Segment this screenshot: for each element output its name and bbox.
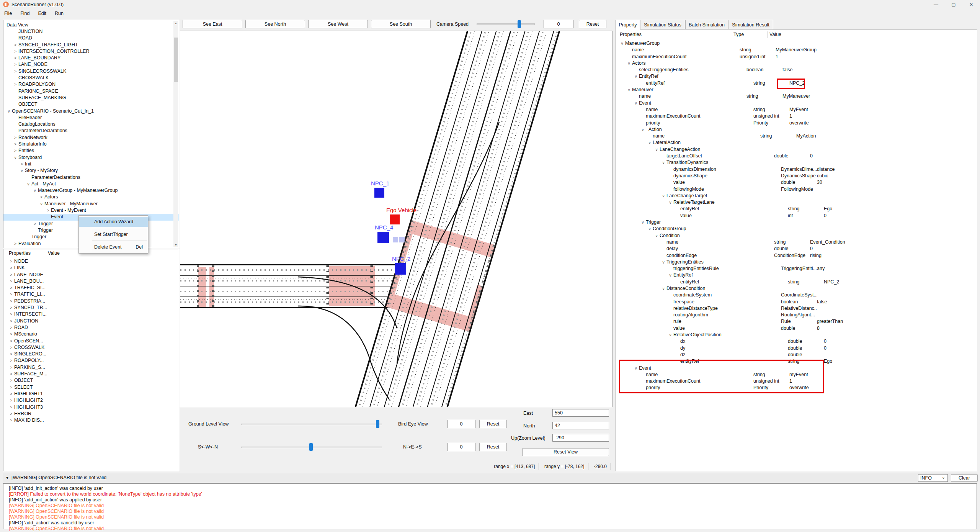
tree-item-event-myevent[interactable]: >Event - MyEvent [3,207,179,214]
tree-collapse-icon[interactable]: ∨ [38,201,44,207]
prop-row-conditiongroup[interactable]: ∨ConditionGroup [616,226,977,232]
tree-expand-icon[interactable]: > [8,265,14,271]
bird-eye-value[interactable]: 0 [447,420,475,428]
tree-expand-icon[interactable]: > [12,55,18,61]
tree-collapse-icon[interactable]: ∨ [667,332,673,338]
tree-item-singlecrosswalk[interactable]: >SINGLECROSSWALK [3,68,178,75]
tree-collapse-icon[interactable]: ∨ [660,259,666,265]
camera-speed-handle[interactable] [518,20,521,28]
lp-item-object[interactable]: >OBJECT [3,377,173,384]
lane-node-marker[interactable] [393,237,398,242]
menu-item-edit[interactable]: Edit [34,9,51,18]
npc-vehicle-icon[interactable] [374,188,384,198]
prop-row-dynamicsdimension[interactable]: dynamicsDimensionDynamicsDime...distance [616,166,977,173]
bird-eye-reset-button[interactable]: Reset [479,420,507,428]
tree-item-maneuvergroup-mymaneuvergroup[interactable]: ∨ManeuverGroup - MyManeuverGroup [3,187,179,194]
tab-simulation-result[interactable]: Simulation Result [728,20,773,29]
tree-expand-icon[interactable]: > [12,241,18,247]
tree-item-lane-boundary[interactable]: >LANE_BOUNDARY [3,55,178,61]
npc-vehicle-icon[interactable] [395,263,406,275]
tree-item-fileheader[interactable]: FileHeader [3,115,178,121]
prop-row-value[interactable]: valuedouble30 [616,179,977,186]
see-north-button[interactable]: See North [245,20,305,28]
reset-view-button[interactable]: Reset View [522,448,609,456]
tree-expand-icon[interactable]: > [12,68,18,75]
prop-row-condition[interactable]: ∨Condition [616,232,977,239]
lp-item-junction[interactable]: >JUNCTION [3,318,173,324]
tree-item-synced-traffic-light[interactable]: >SYNCED_TRAFFIC_LIGHT [3,42,178,48]
tree-collapse-icon[interactable]: ∨ [619,40,625,47]
minimize-icon[interactable]: — [927,0,945,9]
tree-expand-icon[interactable]: > [45,207,51,214]
ground-level-handle[interactable] [376,420,379,428]
menu-item-file[interactable]: File [0,9,16,18]
tree-collapse-icon[interactable]: ∨ [633,100,639,106]
npc-vehicle-icon[interactable] [377,232,389,243]
tree-item-roadnetwork[interactable]: >RoadNetwork [3,134,178,141]
tree-collapse-icon[interactable]: ∨ [19,167,25,174]
prop-row-conditionedge[interactable]: conditionEdgeConditionEdgerising [616,252,977,259]
lp-item-roadpoly[interactable]: >ROADPOLY... [3,357,173,364]
menu-item-find[interactable]: Find [16,9,34,18]
tree-collapse-icon[interactable]: ∨ [647,139,653,146]
tree-item-crosswalk[interactable]: CROSSWALK [3,75,178,81]
lp-item-road[interactable]: >ROAD [3,324,173,331]
tree-expand-icon[interactable]: > [12,61,18,68]
prop-row-name[interactable]: namestringMyEvent [616,106,977,113]
prop-row-selecttriggeringentities[interactable]: selectTriggeringEntitiesbooleanfalse [616,67,977,73]
log-filter-combo[interactable]: INFO ∨ [918,474,948,482]
context-item-set-starttrigger[interactable]: Set StartTrigger [79,229,148,239]
tree-expand-icon[interactable]: > [8,272,14,278]
map-marker-npc-4[interactable]: NPC_4 [375,224,393,243]
tree-collapse-icon[interactable]: ∨ [12,154,18,161]
east-value[interactable]: 550 [552,409,609,417]
tree-item-entities[interactable]: >Entities [3,147,178,154]
map-canvas[interactable]: NPC_1Ego VehicleNPC_4NPC_2 [180,31,612,407]
tree-expand-icon[interactable]: > [8,411,14,417]
lane-node-marker[interactable] [399,237,405,242]
tree-expand-icon[interactable]: > [8,417,14,424]
prop-row-name[interactable]: namestringMyManeuver [616,93,977,100]
tree-expand-icon[interactable]: > [8,391,14,397]
nes-reset-button[interactable]: Reset [479,443,507,451]
lp-item-traffic-li[interactable]: >TRAFFIC_LI... [3,291,173,298]
tree-item-simulatorinfo[interactable]: >SimulatorInfo [3,141,178,147]
lp-item-node[interactable]: >NODE [3,258,173,265]
tree-expand-icon[interactable]: > [8,351,14,357]
lp-item-select[interactable]: >SELECT [3,384,173,391]
tree-expand-icon[interactable]: > [8,311,14,318]
tree-item-surface-marking[interactable]: SURFACE_MARKING [3,95,178,101]
prop-row-trigger[interactable]: ∨Trigger [616,219,977,226]
tab-batch-simulation[interactable]: Batch Simulation [685,20,728,29]
close-icon[interactable]: ✕ [962,0,980,9]
tree-item-junction[interactable]: JUNCTION [3,28,178,35]
tree-expand-icon[interactable]: > [19,161,25,167]
prop-row-freespace[interactable]: freespacebooleanfalse [616,299,977,305]
tree-expand-icon[interactable]: > [12,42,18,48]
prop-row-triggeringentitiesrule[interactable]: triggeringEntitiesRuleTriggeringEntiti..… [616,265,977,272]
prop-row-triggeringentities[interactable]: ∨TriggeringEntities [616,259,977,265]
lp-item-parking-s[interactable]: >PARKING_S... [3,364,173,371]
ground-level-slider[interactable] [241,424,382,425]
tree-collapse-icon[interactable]: ∨ [626,60,632,67]
tree-expand-icon[interactable]: > [8,324,14,331]
lp-item-highlight3[interactable]: >HIGHLIGHT3 [3,404,173,411]
lp-item-intersecti[interactable]: >INTERSECTI... [3,311,173,318]
tree-collapse-icon[interactable]: ∨ [653,146,660,153]
tree-item-actors[interactable]: >Actors [3,194,179,200]
prop-row-entityref[interactable]: entityRefstringEgo [616,206,977,212]
tree-expand-icon[interactable]: > [8,364,14,371]
prop-row-relativeobjectposition[interactable]: ∨RelativeObjectPosition [616,332,977,338]
tree-collapse-icon[interactable]: ∨ [6,108,12,115]
lp-item-link[interactable]: >LINK [3,265,173,271]
tree-collapse-icon[interactable]: ∨ [667,272,673,278]
tree-expand-icon[interactable]: > [8,357,14,364]
tree-collapse-icon[interactable]: ∨ [660,285,666,292]
prop-row-lanechangetarget[interactable]: ∨LaneChangeTarget [616,193,977,199]
tree-item-object[interactable]: OBJECT [3,101,178,108]
tree-expand-icon[interactable]: > [8,384,14,391]
prop-row-followingmode[interactable]: followingModeFollowingMode [616,186,977,193]
prop-row-dx[interactable]: dxdouble0 [616,338,977,345]
tree-item-init[interactable]: >Init [3,161,179,167]
up-zoom-value[interactable]: -290 [552,434,609,442]
